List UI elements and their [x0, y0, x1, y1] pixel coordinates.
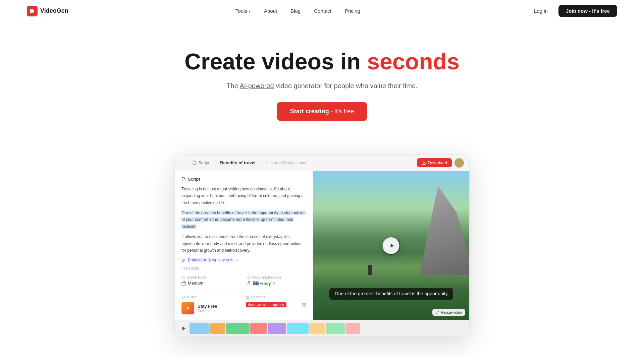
- project-tab[interactable]: Benefits of travel: [217, 159, 258, 167]
- scene-pace-setting: Scene Pace Medium: [181, 275, 241, 286]
- script-paragraph-1: Traveling is not just about visiting new…: [181, 186, 306, 206]
- nav-pricing[interactable]: Pricing: [339, 5, 366, 16]
- nav-tools[interactable]: Tools: [230, 5, 256, 16]
- svg-point-7: [304, 304, 305, 305]
- chevron-down-icon: [249, 8, 251, 14]
- app-body: Script Traveling is not just about visit…: [175, 171, 469, 320]
- music-artist: SoSeasons: [198, 309, 217, 313]
- video-icon: [29, 8, 35, 14]
- svg-point-5: [184, 297, 185, 298]
- user-avatar: [454, 158, 464, 168]
- cta-button[interactable]: Start creating - It's free: [277, 102, 368, 121]
- svg-point-4: [182, 298, 183, 299]
- timeline-clip[interactable]: [268, 323, 286, 334]
- person-icon: [247, 281, 251, 286]
- timeline-clip[interactable]: [226, 323, 250, 334]
- timeline-clip[interactable]: [210, 323, 225, 334]
- voice-language-label: Voice & Language: [247, 275, 306, 279]
- script-section-label: Script: [181, 177, 306, 182]
- app-preview: ← Script Benefits of travel Last modifie…: [174, 155, 470, 337]
- brand-name: VideoGen: [40, 7, 68, 14]
- hero-section: Create videos in seconds The AI-powered …: [0, 22, 644, 141]
- script-paragraph-2: One of the greatest benefits of travel i…: [181, 209, 306, 230]
- join-button[interactable]: Join now - It's free: [558, 5, 617, 17]
- play-icon: [388, 242, 395, 249]
- svg-rect-6: [246, 296, 249, 298]
- timeline-track: [190, 323, 464, 334]
- timeline: [175, 320, 469, 337]
- app-titlebar: ← Script Benefits of travel Last modifie…: [175, 155, 469, 171]
- modified-timestamp: Last modified just now: [266, 161, 306, 165]
- download-button[interactable]: Download: [417, 158, 452, 167]
- char-count: 499/10000: [181, 266, 306, 270]
- back-icon[interactable]: ←: [180, 160, 185, 166]
- svg-rect-2: [182, 282, 186, 285]
- hero-subtitle: The AI-powered video generator for peopl…: [7, 82, 637, 90]
- brainstorm-button[interactable]: Brainstorm & write with AI →: [181, 258, 306, 262]
- video-caption: One of the greatest benefits of travel i…: [313, 288, 469, 300]
- hero-title: Create videos in seconds: [7, 49, 637, 74]
- logo[interactable]: VideoGen: [27, 6, 68, 16]
- music-title: Stay Free: [198, 304, 217, 309]
- timeline-clip[interactable]: [326, 323, 345, 334]
- captions-badge[interactable]: these are short captions: [246, 302, 286, 307]
- video-panel: One of the greatest benefits of travel i…: [313, 171, 469, 320]
- ai-powered-link[interactable]: AI-powered: [239, 82, 274, 89]
- titlebar-actions: Download: [417, 158, 464, 168]
- voice-icon: [247, 276, 250, 279]
- captions-row: these are short captions: [246, 302, 306, 307]
- settings-grid: Scene Pace Medium Voice & Language: [181, 275, 306, 286]
- music-icon: [181, 295, 185, 299]
- play-button[interactable]: [382, 237, 400, 255]
- login-button[interactable]: Log in: [527, 5, 554, 16]
- left-panel: Script Traveling is not just about visit…: [175, 171, 313, 320]
- timeline-clip[interactable]: [190, 323, 210, 334]
- voice-language-setting: Voice & Language 🇬🇧 Harry ♂: [247, 275, 306, 286]
- captions-setting: Captions these are short captions: [246, 295, 306, 307]
- download-icon: [422, 161, 426, 165]
- script-tab-icon: Script: [190, 159, 212, 167]
- resize-icon: [436, 311, 439, 314]
- scene-pace-value[interactable]: Medium: [181, 281, 241, 286]
- resize-video-button[interactable]: Resize video: [432, 309, 465, 316]
- video-frame: One of the greatest benefits of travel i…: [313, 171, 469, 320]
- timeline-clip[interactable]: [287, 323, 309, 334]
- nav-links: Tools About Blog Contact Pricing: [230, 5, 366, 16]
- captions-label: Captions: [246, 295, 306, 299]
- nav-actions: Log in Join now - It's free: [527, 5, 617, 17]
- nav-blog[interactable]: Blog: [285, 5, 306, 16]
- captions-icon: [246, 295, 250, 299]
- music-label: Music: [181, 295, 242, 299]
- film-icon: [181, 281, 186, 286]
- settings-icon[interactable]: [302, 303, 306, 307]
- navbar: VideoGen Tools About Blog Contact Pricin…: [0, 0, 644, 22]
- nav-contact[interactable]: Contact: [309, 5, 337, 16]
- script-paragraph-3: It allows you to disconnect from the str…: [181, 233, 306, 254]
- timeline-clip[interactable]: [309, 323, 325, 334]
- music-setting: Music SF Stay Free SoSeasons: [181, 295, 242, 314]
- music-thumbnail: SF: [181, 302, 194, 314]
- voice-value[interactable]: 🇬🇧 Harry ♂: [247, 281, 306, 286]
- script-icon: [181, 177, 186, 181]
- timeline-clip[interactable]: [250, 323, 267, 334]
- titlebar-tabs: Script Benefits of travel Last modified …: [190, 159, 306, 167]
- timeline-play-icon[interactable]: [180, 325, 187, 332]
- music-section: Music SF Stay Free SoSeasons: [181, 291, 306, 314]
- svg-point-3: [248, 282, 250, 283]
- nav-about[interactable]: About: [259, 5, 282, 16]
- wand-icon: [181, 258, 186, 262]
- scene-pace-label: Scene Pace: [181, 275, 241, 279]
- music-row[interactable]: SF Stay Free SoSeasons: [181, 302, 242, 314]
- timeline-clip[interactable]: [346, 323, 360, 334]
- pace-icon: [181, 276, 185, 279]
- logo-icon: [27, 6, 38, 16]
- document-icon: [192, 161, 197, 165]
